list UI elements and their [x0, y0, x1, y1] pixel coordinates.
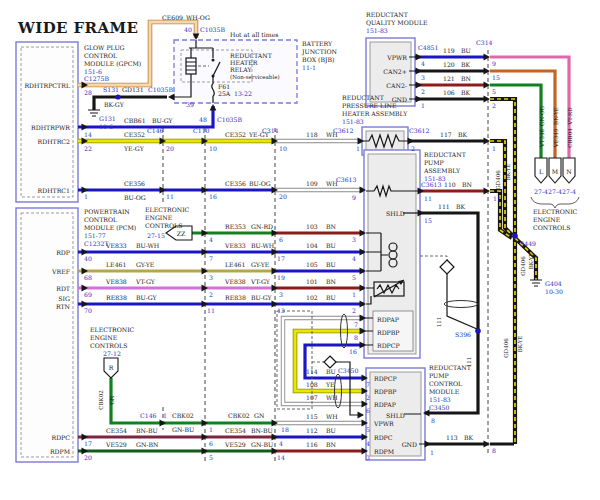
label-connectors-c314p-le461: 19	[277, 274, 285, 281]
label-pressure_heater-conn_right: C3612	[409, 127, 430, 134]
label-rpcm-name3: CONTROL	[429, 380, 462, 387]
connector-arrows-part	[484, 188, 491, 195]
label-wires-re838-color: BU-GY	[136, 294, 158, 301]
label-connectors-c146_bottom: C146	[140, 412, 157, 419]
label-pcm-conn: C1232T	[84, 240, 109, 247]
label-bjb-name3: BOX (BJB)	[302, 56, 334, 64]
label-connectors-c110: C110	[193, 127, 210, 134]
label-eec_zz-page: 27-15	[147, 232, 165, 239]
label-wires-w115-color: WH	[326, 413, 338, 420]
connector-arrows-part	[168, 94, 175, 101]
label-pump_assembly-name2: PUMP	[424, 159, 444, 166]
label-pcm-pins-rdpc-num: 17	[84, 440, 92, 447]
label-rpcm-pins-shld-label: SHLD	[386, 412, 405, 419]
label-eec_r-name1: ELECTRONIC	[90, 326, 135, 333]
label-wires-gd406-color: BK-YE	[517, 336, 523, 353]
label-gpcm-name2: CONTROL	[84, 52, 117, 59]
label-wires-ce354-name: CE354	[106, 427, 127, 434]
label-rpcm-name2: PUMP	[429, 372, 449, 379]
page-title: WIDE FRAME	[17, 19, 138, 37]
label-wires-w112-color: BU	[326, 427, 336, 434]
label-wires-w115-name: 115	[306, 413, 318, 420]
label-wires-cbb04-name: CBB04	[567, 128, 573, 148]
label-quality_module-rows-vpwr-circuit: 119	[443, 47, 455, 54]
label-wires-w101-color: BN	[326, 278, 337, 285]
label-pcm-name2: CONTROL	[84, 216, 117, 223]
label-pump_assembly-inner-num8: 8	[354, 334, 358, 341]
label-wires-cbk02_a-color: GN-BU	[172, 426, 194, 433]
label-wires-w114-color: BU	[326, 368, 336, 375]
label-pump_assembly-heater_out-color: BN	[462, 181, 473, 188]
gpcm-module-box-part	[21, 47, 73, 197]
label-rpcm-pins-vpwr-num: 5	[366, 426, 370, 433]
label-bjb-relay1: REDUCTANT	[230, 52, 273, 59]
label-rpcm-pins-rdpbp-num: 2	[366, 394, 370, 401]
shield-diamond-upper	[420, 256, 477, 329]
label-wires-w113-name: 113	[446, 434, 458, 441]
label-quality_module-rows-can2p-num: 3	[421, 74, 425, 81]
label-wires-w114-name: 114	[306, 368, 318, 375]
label-wires-cbk02_a-name: CBK02	[172, 412, 194, 419]
label-bjb-fuse: F61	[218, 83, 230, 90]
label-rpcm-page: 151-83	[429, 396, 451, 403]
label-quality_module-name1: REDUCTANT	[366, 11, 409, 18]
label-wires-w113-color: BK	[464, 434, 474, 441]
connector-arrows-part	[82, 124, 89, 131]
connector-arrows-part	[193, 34, 200, 41]
label-wires-w111-color: BK	[456, 203, 466, 210]
label-gpcm-name3: MODULE (GPCM)	[84, 60, 141, 67]
label-wires-ce354-name: CE354	[225, 427, 246, 434]
label-splices-s449: S449	[520, 240, 536, 247]
label-pcm-name1: POWERTRAIN	[84, 208, 130, 215]
label-pcm-pins-rdpm-label: RDPM	[50, 448, 71, 455]
label-pcm-pins-rdp-label: RDP	[56, 249, 70, 256]
label-wires-w103-name: 103	[306, 223, 318, 230]
connector-arrows-part	[484, 138, 491, 145]
label-wires-w104-color: BU	[326, 242, 336, 249]
label-eec_lmn-tag_n: N	[566, 168, 572, 175]
label-connectors-c146-ce356: 11	[166, 193, 174, 200]
connector-arrows-part	[484, 54, 491, 61]
label-rpcm-conn: C3450	[338, 367, 359, 374]
label-gpcm-conn: C1275B	[84, 75, 109, 82]
label-pcm-pins-vref-num: 68	[84, 274, 92, 281]
label-connectors-c110p-cbk02: 1	[209, 426, 213, 433]
label-pcm-pins-sig1: SIG	[58, 295, 70, 302]
label-eec_lmn-tag_m: M	[552, 168, 559, 175]
label-gpcm-pins-rdhtrc2-num: 22	[84, 145, 92, 152]
label-wires-ve529_a-name: VE529	[105, 441, 127, 448]
label-rpcm-conn_shld: C3450	[429, 404, 450, 411]
label-wires-w111-name: 111	[438, 203, 450, 210]
label-wires-w118-name: 118	[306, 131, 318, 138]
label-wires-cbb61-color: BU-GY	[152, 117, 174, 124]
ground-g404-icon	[530, 280, 542, 286]
shield-diamond-lower-part	[324, 356, 336, 368]
label-quality_module-rows-gnd-color: BK	[461, 89, 471, 96]
label-quality_module-rows-vpwr-num: 4	[421, 60, 425, 67]
label-gpcm-pins-rdhtrpwr-num: 14	[84, 131, 92, 138]
label-wires-gd406-color: BK-YE	[528, 253, 534, 270]
label-wires-w105-color: BU	[326, 261, 336, 268]
label-connectors-c314p-ce354: 4	[279, 440, 283, 447]
label-wires-ve833-color: BU-WH	[136, 242, 160, 249]
connector-arrows-part	[484, 82, 491, 89]
label-wires-ve833-color: BU-WH	[251, 242, 275, 249]
label-pressure_heater-name2: PRESSURE LINE	[342, 102, 397, 109]
label-quality_module-page: 151-83	[366, 27, 388, 34]
label-wires-ce356-color: BU-OG	[249, 180, 271, 187]
label-pump_assembly-inner-num7: 7	[354, 321, 358, 328]
connector-arrows-part	[484, 96, 491, 103]
label-eec_r-page: 27-12	[103, 350, 121, 357]
label-wires-ve529_b-color: GN-BU	[251, 441, 273, 448]
label-connectors-c314p-ce352: 10	[279, 145, 287, 152]
connector-arrows-part	[160, 420, 167, 427]
label-rpcm-pins-rdpbp-label: RDPBP	[374, 388, 397, 395]
label-connectors-c3613-w109: 9	[352, 194, 356, 201]
shield-diamond-upper-part	[420, 256, 447, 260]
label-wires-cbb04-color: VT-RD	[567, 107, 573, 126]
label-wires-w111v: 111	[466, 357, 472, 368]
label-pcm-pins-rdpc-label: RDPC	[51, 434, 70, 441]
label-rpcm-pins-rdpcp-num: 7	[366, 381, 370, 388]
label-bjb-relay3: RELAY	[230, 66, 253, 73]
label-splices-s396: S396	[455, 331, 471, 338]
